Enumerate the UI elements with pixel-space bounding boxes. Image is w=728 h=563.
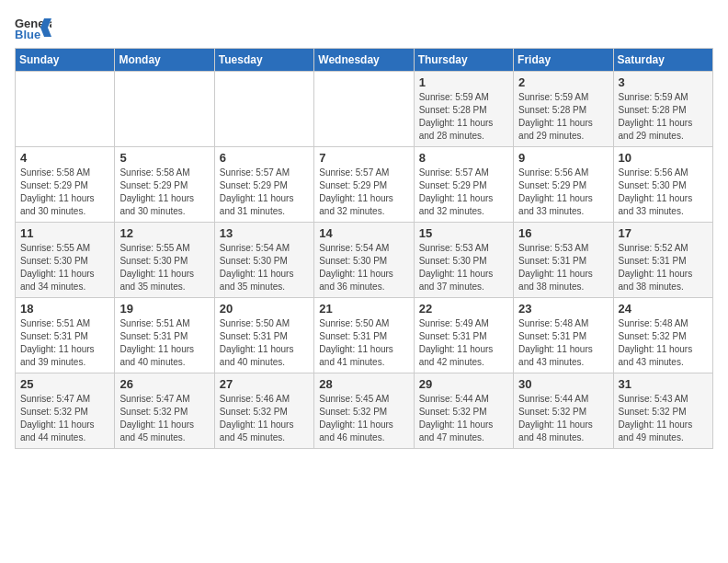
day-info: Sunrise: 5:47 AM Sunset: 5:32 PM Dayligh… [119,393,209,444]
calendar-cell: 18Sunrise: 5:51 AM Sunset: 5:31 PM Dayli… [16,298,115,373]
day-info: Sunrise: 5:57 AM Sunset: 5:29 PM Dayligh… [220,167,309,218]
day-number: 29 [419,377,508,391]
day-number: 22 [419,302,508,316]
day-number: 11 [20,226,109,240]
day-number: 18 [20,302,109,316]
calendar-cell: 29Sunrise: 5:44 AM Sunset: 5:32 PM Dayli… [414,373,513,449]
day-number: 26 [119,377,209,391]
calendar-cell [115,72,214,147]
calendar-cell: 28Sunrise: 5:45 AM Sunset: 5:32 PM Dayli… [314,373,414,449]
day-info: Sunrise: 5:59 AM Sunset: 5:28 PM Dayligh… [518,91,608,143]
calendar-cell [314,72,414,147]
calendar-cell: 22Sunrise: 5:49 AM Sunset: 5:31 PM Dayli… [414,298,513,373]
calendar-cell: 9Sunrise: 5:56 AM Sunset: 5:29 PM Daylig… [514,147,613,223]
day-info: Sunrise: 5:48 AM Sunset: 5:31 PM Dayligh… [518,317,608,369]
day-info: Sunrise: 5:52 AM Sunset: 5:31 PM Dayligh… [619,242,708,293]
day-info: Sunrise: 5:54 AM Sunset: 5:30 PM Dayligh… [319,242,408,293]
day-info: Sunrise: 5:53 AM Sunset: 5:30 PM Dayligh… [419,242,508,293]
day-info: Sunrise: 5:55 AM Sunset: 5:30 PM Dayligh… [119,242,209,293]
day-header-monday: Monday [115,49,214,72]
day-info: Sunrise: 5:58 AM Sunset: 5:29 PM Dayligh… [20,167,109,218]
day-header-sunday: Sunday [16,49,115,72]
day-number: 14 [319,226,408,240]
calendar-cell [16,72,115,147]
day-info: Sunrise: 5:48 AM Sunset: 5:32 PM Dayligh… [619,317,708,369]
calendar-cell: 5Sunrise: 5:58 AM Sunset: 5:29 PM Daylig… [115,147,214,223]
calendar-cell: 4Sunrise: 5:58 AM Sunset: 5:29 PM Daylig… [16,147,115,223]
day-number: 4 [20,151,109,165]
calendar-cell: 21Sunrise: 5:50 AM Sunset: 5:31 PM Dayli… [314,298,414,373]
day-header-wednesday: Wednesday [314,49,414,72]
calendar-cell: 16Sunrise: 5:53 AM Sunset: 5:31 PM Dayli… [514,223,613,298]
day-number: 20 [220,302,309,316]
day-info: Sunrise: 5:50 AM Sunset: 5:31 PM Dayligh… [319,317,408,369]
day-info: Sunrise: 5:46 AM Sunset: 5:32 PM Dayligh… [220,393,309,444]
day-number: 31 [619,377,708,391]
day-number: 8 [419,151,508,165]
day-info: Sunrise: 5:51 AM Sunset: 5:31 PM Dayligh… [20,317,109,369]
calendar-cell: 10Sunrise: 5:56 AM Sunset: 5:30 PM Dayli… [613,147,712,223]
day-number: 2 [518,75,608,89]
calendar-cell: 30Sunrise: 5:44 AM Sunset: 5:32 PM Dayli… [514,373,613,449]
day-number: 13 [220,226,309,240]
day-number: 12 [119,226,209,240]
day-number: 27 [220,377,309,391]
day-number: 1 [419,75,508,89]
day-number: 6 [220,151,309,165]
calendar-cell: 23Sunrise: 5:48 AM Sunset: 5:31 PM Dayli… [514,298,613,373]
day-info: Sunrise: 5:58 AM Sunset: 5:29 PM Dayligh… [119,167,209,218]
day-number: 25 [20,377,109,391]
logo: General Blue [15,15,51,40]
calendar-cell: 24Sunrise: 5:48 AM Sunset: 5:32 PM Dayli… [613,298,712,373]
calendar-cell: 17Sunrise: 5:52 AM Sunset: 5:31 PM Dayli… [613,223,712,298]
calendar-cell: 13Sunrise: 5:54 AM Sunset: 5:30 PM Dayli… [214,223,313,298]
day-info: Sunrise: 5:59 AM Sunset: 5:28 PM Dayligh… [419,91,508,143]
svg-text:Blue: Blue [15,28,40,40]
day-number: 10 [619,151,708,165]
day-info: Sunrise: 5:44 AM Sunset: 5:32 PM Dayligh… [419,393,508,444]
day-info: Sunrise: 5:44 AM Sunset: 5:32 PM Dayligh… [518,393,608,444]
calendar-cell: 3Sunrise: 5:59 AM Sunset: 5:28 PM Daylig… [613,72,712,147]
day-number: 7 [319,151,408,165]
day-number: 24 [619,302,708,316]
calendar-cell: 6Sunrise: 5:57 AM Sunset: 5:29 PM Daylig… [214,147,313,223]
day-info: Sunrise: 5:51 AM Sunset: 5:31 PM Dayligh… [119,317,209,369]
day-number: 9 [518,151,608,165]
day-header-tuesday: Tuesday [214,49,313,72]
day-number: 23 [518,302,608,316]
calendar-cell: 12Sunrise: 5:55 AM Sunset: 5:30 PM Dayli… [115,223,214,298]
calendar-cell: 11Sunrise: 5:55 AM Sunset: 5:30 PM Dayli… [16,223,115,298]
calendar-cell: 20Sunrise: 5:50 AM Sunset: 5:31 PM Dayli… [214,298,313,373]
day-info: Sunrise: 5:59 AM Sunset: 5:28 PM Dayligh… [619,91,708,143]
day-info: Sunrise: 5:56 AM Sunset: 5:30 PM Dayligh… [619,167,708,218]
generalblue-icon: General Blue [15,15,51,40]
day-number: 17 [619,226,708,240]
calendar-cell: 14Sunrise: 5:54 AM Sunset: 5:30 PM Dayli… [314,223,414,298]
day-header-saturday: Saturday [613,49,712,72]
calendar-cell: 15Sunrise: 5:53 AM Sunset: 5:30 PM Dayli… [414,223,513,298]
calendar-cell: 7Sunrise: 5:57 AM Sunset: 5:29 PM Daylig… [314,147,414,223]
day-number: 3 [619,75,708,89]
day-info: Sunrise: 5:56 AM Sunset: 5:29 PM Dayligh… [518,167,608,218]
calendar-cell: 19Sunrise: 5:51 AM Sunset: 5:31 PM Dayli… [115,298,214,373]
day-number: 15 [419,226,508,240]
day-number: 30 [518,377,608,391]
calendar-cell [214,72,313,147]
calendar-cell: 1Sunrise: 5:59 AM Sunset: 5:28 PM Daylig… [414,72,513,147]
calendar-cell: 8Sunrise: 5:57 AM Sunset: 5:29 PM Daylig… [414,147,513,223]
day-number: 21 [319,302,408,316]
day-info: Sunrise: 5:55 AM Sunset: 5:30 PM Dayligh… [20,242,109,293]
day-info: Sunrise: 5:49 AM Sunset: 5:31 PM Dayligh… [419,317,508,369]
calendar-cell: 25Sunrise: 5:47 AM Sunset: 5:32 PM Dayli… [16,373,115,449]
calendar-table: SundayMondayTuesdayWednesdayThursdayFrid… [15,48,713,449]
calendar-cell: 27Sunrise: 5:46 AM Sunset: 5:32 PM Dayli… [214,373,313,449]
day-info: Sunrise: 5:57 AM Sunset: 5:29 PM Dayligh… [319,167,408,218]
calendar-cell: 2Sunrise: 5:59 AM Sunset: 5:28 PM Daylig… [514,72,613,147]
day-number: 16 [518,226,608,240]
day-info: Sunrise: 5:54 AM Sunset: 5:30 PM Dayligh… [220,242,309,293]
day-info: Sunrise: 5:43 AM Sunset: 5:32 PM Dayligh… [619,393,708,444]
day-header-friday: Friday [514,49,613,72]
day-info: Sunrise: 5:47 AM Sunset: 5:32 PM Dayligh… [20,393,109,444]
day-info: Sunrise: 5:50 AM Sunset: 5:31 PM Dayligh… [220,317,309,369]
day-info: Sunrise: 5:53 AM Sunset: 5:31 PM Dayligh… [518,242,608,293]
